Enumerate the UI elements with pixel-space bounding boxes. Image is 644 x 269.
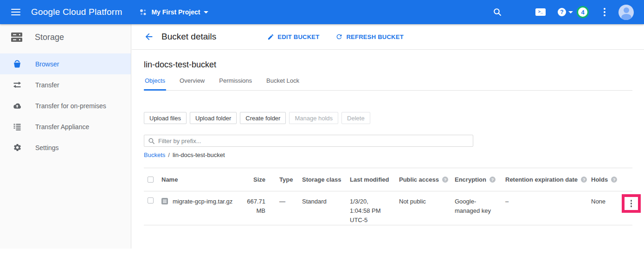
- gear-icon: [13, 143, 22, 152]
- cloud-upload-icon: [13, 101, 22, 111]
- page-header: Bucket details EDIT BUCKET REFRESH BUCKE…: [132, 24, 644, 50]
- help-menu[interactable]: ?: [558, 8, 573, 16]
- cloud-shell-icon[interactable]: >_: [535, 8, 546, 16]
- column-encryption: Encryption: [455, 176, 486, 183]
- pencil-icon: [267, 33, 274, 40]
- tab-permissions[interactable]: Permissions: [218, 74, 253, 90]
- row-more-options-icon[interactable]: [631, 200, 632, 207]
- sidebar-item-transfer-appliance[interactable]: Transfer Appliance: [0, 116, 131, 137]
- sidebar: Storage Browser Transfer Transfer for on…: [0, 24, 131, 249]
- tab-overview[interactable]: Overview: [179, 74, 206, 90]
- object-name-link[interactable]: migrate-gcp-img.tar.gz: [173, 197, 232, 206]
- sidebar-nav: Browser Transfer Transfer for on-premise…: [0, 53, 131, 158]
- tab-objects[interactable]: Objects: [144, 74, 166, 90]
- column-name: Name: [161, 176, 178, 183]
- refresh-bucket-label: REFRESH BUCKET: [346, 33, 403, 40]
- create-folder-button[interactable]: Create folder: [240, 112, 286, 124]
- upload-files-button[interactable]: Upload files: [144, 112, 187, 124]
- search-icon[interactable]: [493, 7, 502, 17]
- filter-field[interactable]: [144, 135, 473, 147]
- edit-bucket-label: EDIT BUCKET: [277, 33, 319, 40]
- bucket-icon: [13, 59, 22, 69]
- storage-logo-icon: [11, 32, 22, 42]
- cell-last-modified: 1/3/20, 1:04:58 PM UTC-5: [350, 197, 399, 225]
- project-name: My First Project: [151, 8, 200, 16]
- tab-bar: Objects Overview Permissions Bucket Lock: [144, 74, 632, 91]
- sidebar-header: Storage: [0, 24, 131, 50]
- breadcrumb: Buckets / lin-docs-test-bucket: [144, 151, 632, 158]
- list-lines-icon: [13, 122, 22, 131]
- back-arrow-icon[interactable]: [144, 32, 154, 42]
- upload-folder-button[interactable]: Upload folder: [190, 112, 237, 124]
- notification-badge[interactable]: 4: [577, 6, 589, 18]
- object-toolbar: Upload files Upload folder Create folder…: [144, 112, 632, 124]
- help-icon[interactable]: ?: [611, 177, 617, 183]
- sidebar-item-label: Transfer Appliance: [35, 123, 89, 131]
- table-row: migrate-gcp-img.tar.gz 667.71 MB — Stand…: [144, 191, 632, 225]
- cell-holds: None: [591, 197, 622, 206]
- more-options-icon[interactable]: [603, 7, 606, 17]
- breadcrumb-current: lin-docs-test-bucket: [173, 151, 225, 158]
- delete-button[interactable]: Delete: [341, 112, 370, 124]
- select-all-checkbox[interactable]: [148, 177, 154, 183]
- cell-size: 667.71 MB: [244, 197, 265, 216]
- breadcrumb-buckets-link[interactable]: Buckets: [144, 151, 165, 158]
- row-checkbox[interactable]: [148, 197, 154, 203]
- sidebar-item-label: Settings: [35, 144, 59, 151]
- column-size: Size: [253, 176, 265, 183]
- project-grid-icon: [138, 7, 148, 17]
- menu-icon[interactable]: [11, 9, 20, 15]
- breadcrumb-separator: /: [168, 151, 170, 158]
- filter-input[interactable]: [158, 138, 469, 144]
- help-icon[interactable]: ?: [581, 177, 587, 183]
- transfer-arrows-icon: [13, 80, 22, 90]
- sidebar-title: Storage: [35, 33, 64, 42]
- avatar[interactable]: [618, 5, 634, 20]
- sidebar-item-transfer[interactable]: Transfer: [0, 74, 131, 95]
- gcp-console: Google Cloud Platform My First Project >…: [0, 0, 644, 269]
- objects-table: Name Size Type Storage class Last modifi…: [144, 168, 632, 225]
- column-retention-expiration-date: Retention expiration date: [505, 176, 578, 183]
- column-public-access: Public access: [399, 176, 439, 183]
- sidebar-item-label: Transfer: [35, 81, 59, 89]
- refresh-bucket-button[interactable]: REFRESH BUCKET: [335, 33, 403, 40]
- table-header-row: Name Size Type Storage class Last modifi…: [144, 168, 632, 191]
- chevron-down-icon: [568, 11, 573, 13]
- sidebar-item-settings[interactable]: Settings: [0, 137, 131, 158]
- sidebar-item-browser[interactable]: Browser: [0, 53, 131, 74]
- page-title: Bucket details: [161, 32, 216, 42]
- project-selector[interactable]: My First Project: [138, 7, 208, 17]
- cell-retention-expiration-date: –: [505, 197, 591, 206]
- cell-public-access: Not public: [399, 197, 455, 206]
- column-last-modified: Last modified: [350, 176, 389, 183]
- main-content: lin-docs-test-bucket Objects Overview Pe…: [132, 50, 644, 269]
- manage-holds-button[interactable]: Manage holds: [289, 112, 338, 124]
- column-type: Type: [279, 176, 293, 183]
- product-name: Google Cloud Platform: [31, 7, 122, 17]
- cell-type: —: [279, 197, 302, 206]
- sidebar-item-label: Browser: [35, 60, 59, 68]
- help-icon[interactable]: ?: [442, 177, 448, 183]
- help-icon[interactable]: ?: [489, 177, 496, 183]
- cell-encryption: Google-managed key: [455, 197, 505, 216]
- column-storage-class: Storage class: [302, 176, 341, 183]
- edit-bucket-button[interactable]: EDIT BUCKET: [267, 33, 319, 40]
- help-icon: ?: [558, 8, 566, 16]
- annotation-highlight: [622, 194, 641, 213]
- tab-bucket-lock[interactable]: Bucket Lock: [265, 74, 300, 90]
- bucket-name: lin-docs-test-bucket: [144, 60, 632, 70]
- sidebar-item-label: Transfer for on-premises: [35, 102, 106, 110]
- top-bar: Google Cloud Platform My First Project >…: [0, 0, 644, 24]
- chevron-down-icon: [204, 11, 208, 13]
- search-icon: [148, 138, 155, 144]
- refresh-icon: [335, 33, 343, 40]
- column-holds: Holds: [591, 176, 608, 183]
- sidebar-item-transfer-on-premises[interactable]: Transfer for on-premises: [0, 95, 131, 116]
- file-icon: [161, 197, 168, 208]
- cell-storage-class: Standard: [302, 197, 350, 206]
